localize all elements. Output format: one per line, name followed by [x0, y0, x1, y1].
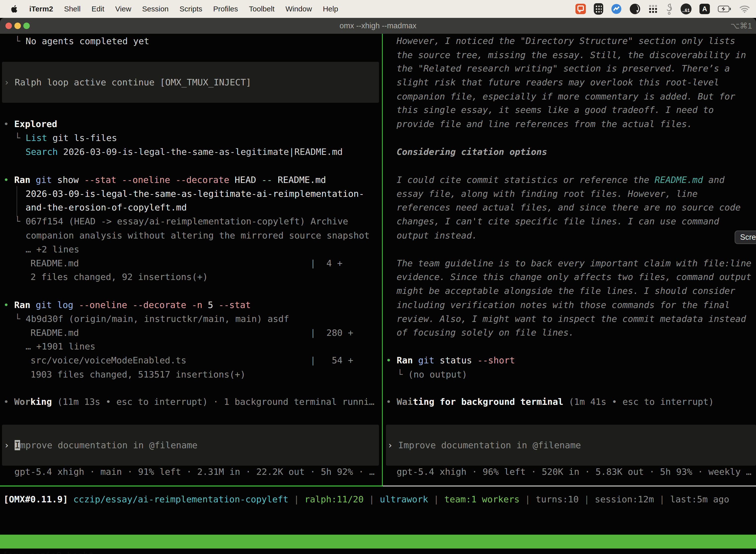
menu-item-toolbelt[interactable]: Toolbelt	[249, 5, 274, 13]
prompt-input-line[interactable]: › Improve documentation in @filename	[387, 438, 581, 452]
menu-app-name[interactable]: iTerm2	[29, 5, 53, 13]
pane-divider-vertical[interactable]	[382, 34, 383, 486]
text-segment	[68, 494, 73, 504]
text-segment: No agents completed yet	[25, 36, 149, 46]
explored-header-line: • Explored	[3, 117, 57, 131]
text-segment: git log	[36, 300, 73, 310]
text-segment: git	[418, 355, 434, 365]
text-segment: gpt-5.4 xhigh · 96% left · 520K in · 5.8…	[397, 466, 751, 477]
messenger-badge-icon[interactable]	[611, 4, 622, 14]
text-segment: show	[52, 175, 84, 185]
reasoning-para3-line-1: The team guideline is to back every impo…	[397, 257, 751, 270]
prompt-input-line[interactable]: › Improve documentation in @filename	[4, 438, 197, 452]
text-segment: └	[15, 314, 25, 324]
squiggle-icon[interactable]	[666, 3, 673, 15]
text-segment: List	[25, 133, 47, 143]
text-segment: └	[397, 369, 408, 380]
text-segment: Search	[25, 147, 58, 157]
text-segment: I could cite commit statistics or refere…	[397, 175, 654, 185]
text-segment: … +1901 lines	[25, 341, 96, 351]
menu-item-window[interactable]: Window	[286, 5, 312, 13]
input-source-icon[interactable]: A	[699, 4, 710, 14]
reasoning-para1-line-6: this single essay, it seems like a good …	[397, 103, 714, 117]
text-segment: king	[30, 397, 52, 407]
text-segment: the "Related research writing" section i…	[397, 63, 730, 73]
text-segment: ting for background terminal	[413, 397, 563, 407]
text-segment: session:12m	[595, 494, 654, 504]
menu-item-help[interactable]: Help	[323, 5, 338, 13]
text-segment: status	[434, 355, 477, 365]
text-segment: provide file and line references from th…	[397, 119, 692, 129]
git-show-output-line-3: … +2 lines	[25, 242, 79, 257]
text-segment: Wai	[397, 397, 413, 407]
ralph-message-box: › Ralph loop active continue [OMX_TMUX_I…	[2, 62, 379, 103]
reasoning-para2-line-4: changes, I can't cite specific file line…	[397, 214, 719, 228]
text-segment: |	[654, 494, 670, 504]
model-status-line: gpt-5.4 xhigh · main · 91% left · 2.31M …	[14, 465, 375, 479]
git-log-stat-line-1: README.md| 280 +	[30, 326, 79, 340]
text-segment: --	[261, 175, 272, 185]
moon-circle-icon[interactable]	[630, 3, 640, 14]
text-segment: •	[3, 397, 14, 407]
text-segment: ›	[387, 440, 398, 450]
agents-note-line: └ No agents completed yet	[15, 34, 149, 48]
menu-items: iTerm2 Shell Edit View Session Scripts P…	[0, 5, 338, 13]
minimize-button[interactable]	[14, 22, 21, 29]
text-segment: •	[3, 300, 14, 310]
wifi-icon[interactable]	[739, 5, 750, 13]
prompt-input-box[interactable]: › Improve documentation in @filename	[386, 425, 756, 466]
git-status-output-line: └ (no output)	[397, 368, 467, 382]
text-segment: •	[386, 355, 397, 365]
text-segment: Ralph loop active continue [OMX_TMUX_INJ…	[15, 77, 251, 88]
reasoning-para1-line-4: slight risk that future readers may over…	[397, 75, 719, 89]
text-segment: |	[289, 494, 305, 504]
text-segment: •	[386, 397, 397, 407]
text-segment: --oneline --decorate -n	[79, 300, 202, 310]
text-segment: 5	[202, 300, 218, 310]
text-segment: the source tree, missing the essay. Stil…	[397, 50, 746, 60]
text-segment: of focusing solely on file lines.	[397, 327, 574, 338]
macos-menu-bar: iTerm2 Shell Edit View Session Scripts P…	[0, 0, 756, 18]
menu-item-profiles[interactable]: Profiles	[213, 5, 238, 13]
text-segment: └	[15, 216, 25, 226]
text-segment: cczip/essay/ai-reimplementation-copyleft	[73, 494, 289, 504]
tmux-session-label[interactable]: [omx-cczip0:bash*	[2, 549, 94, 554]
text-segment: git ls-files	[47, 133, 117, 143]
prompt-input-box[interactable]: › Improve documentation in @filename	[2, 425, 379, 466]
tree-guide-line	[17, 186, 17, 217]
text-segment: gpt-5.4 xhigh · main · 91% left · 2.31M …	[14, 466, 375, 477]
menu-item-view[interactable]: View	[115, 5, 131, 13]
zoom-button[interactable]	[23, 22, 30, 29]
text-segment: •	[3, 175, 14, 185]
text-segment: Wor	[14, 397, 30, 407]
git-log-stat-line-2: src/voice/voiceModeEnabled.ts| 54 +	[30, 353, 187, 367]
menu-item-edit[interactable]: Edit	[91, 5, 105, 13]
git-log-command-line: • Ran git log --oneline --decorate -n 5 …	[3, 298, 251, 312]
dots-grid-icon[interactable]	[648, 4, 658, 14]
menu-item-session[interactable]: Session	[142, 5, 169, 13]
git-show-stat-line-1: README.md| 4 +	[30, 257, 79, 270]
git-log-output-line-1: └ 4b9d30f (origin/main, instructkr/main,…	[15, 312, 289, 326]
text-segment: | 54 +	[310, 353, 353, 367]
git-show-output-line-1: └ 067f154 (HEAD -> essay/ai-reimplementa…	[15, 214, 348, 228]
model-status-line: gpt-5.4 xhigh · 96% left · 520K in · 5.8…	[397, 465, 751, 479]
battery-icon[interactable]	[718, 5, 731, 12]
text-segment: Ran	[14, 175, 30, 185]
menu-item-shell[interactable]: Shell	[64, 5, 81, 13]
count-badge-icon[interactable]: ..61	[681, 3, 692, 14]
window-title-bar[interactable]: omx --xhigh --madmax ⌥⌘1	[0, 18, 756, 34]
close-button[interactable]	[5, 22, 12, 29]
ralph-message-line: › Ralph loop active continue [OMX_TMUX_I…	[4, 75, 251, 89]
reasoning-para2-line-2: essay file, along with finding root file…	[397, 187, 698, 201]
text-segment: might be acceptable alongside the file l…	[397, 286, 735, 296]
chat-bubble-icon[interactable]	[575, 4, 586, 14]
text-segment: README.md	[30, 258, 79, 268]
text-segment: 4b9d30f (origin/main, instructkr/main, m…	[25, 314, 289, 324]
keypad-shield-icon[interactable]	[594, 3, 603, 15]
text-segment: review. Also, I might want to inspect th…	[397, 314, 746, 324]
reasoning-para3-line-4: including verification notes with those …	[397, 298, 730, 312]
text-segment: HEAD	[229, 175, 261, 185]
menu-item-scripts[interactable]: Scripts	[180, 5, 202, 13]
apple-menu-icon[interactable]	[11, 5, 18, 13]
text-segment: output instead.	[397, 230, 477, 240]
